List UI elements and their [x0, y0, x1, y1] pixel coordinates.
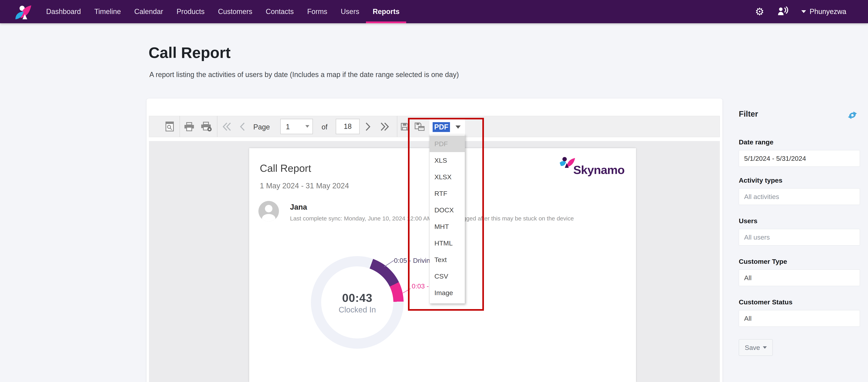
page-number-select[interactable]: 1 — [280, 119, 313, 134]
page-label: Page — [253, 123, 270, 131]
donut-center-label: Clocked In — [311, 305, 404, 314]
menu-item-image[interactable]: Image — [430, 284, 465, 301]
menu-item-xls[interactable]: XLS — [430, 152, 465, 169]
report-title: Call Report — [260, 162, 311, 174]
users-input[interactable] — [739, 229, 860, 245]
print-preview-icon[interactable] — [165, 121, 174, 132]
skynamo-logo-icon[interactable] — [8, 3, 33, 21]
export-format-menu: PDF XLS XLSX RTF DOCX MHT HTML Text CSV … — [430, 135, 465, 304]
menu-item-csv[interactable]: CSV — [430, 268, 465, 284]
report-user-name: Jana — [290, 203, 307, 211]
page-title: Call Report — [149, 44, 230, 62]
caret-down-icon — [801, 10, 806, 13]
support-voice-icon[interactable] — [777, 6, 788, 17]
of-label: of — [321, 123, 328, 131]
save-export-icon[interactable] — [400, 123, 409, 132]
report-brand: Skynamo — [559, 157, 625, 177]
donut-label-pink: 0:03 - — [412, 282, 429, 290]
nav-item-contacts[interactable]: Contacts — [259, 0, 301, 23]
top-nav: Dashboard Timeline Calendar Products Cus… — [0, 0, 868, 23]
nav-menu: Dashboard Timeline Calendar Products Cus… — [39, 0, 406, 23]
filter-label-activity-types: Activity types — [739, 176, 782, 184]
menu-item-mht[interactable]: MHT — [430, 218, 465, 235]
previous-page-icon[interactable] — [240, 122, 245, 132]
nav-item-timeline[interactable]: Timeline — [88, 0, 128, 23]
print-options-icon[interactable] — [201, 122, 212, 133]
save-button-label: Save — [745, 344, 760, 351]
export-format-select[interactable]: PDF — [430, 119, 465, 135]
chevron-down-icon — [305, 125, 309, 128]
nav-item-products[interactable]: Products — [170, 0, 211, 23]
filter-heading: Filter — [739, 109, 758, 118]
nav-item-dashboard[interactable]: Dashboard — [39, 0, 88, 23]
save-button[interactable]: Save — [739, 339, 773, 356]
toolbar-separator — [180, 116, 180, 137]
menu-item-rtf[interactable]: RTF — [430, 185, 465, 202]
nav-item-reports[interactable]: Reports — [366, 0, 406, 23]
user-menu[interactable]: Phunyezwa — [801, 7, 846, 16]
menu-item-text[interactable]: Text — [430, 251, 465, 268]
nav-right-actions: ⚙ Phunyezwa — [755, 0, 846, 23]
nav-item-users[interactable]: Users — [334, 0, 366, 23]
filter-label-date-range: Date range — [739, 138, 774, 146]
menu-item-docx[interactable]: DOCX — [430, 202, 465, 218]
nav-item-calendar[interactable]: Calendar — [128, 0, 170, 23]
page-subtitle: A report listing the activities of users… — [149, 71, 459, 79]
next-page-icon[interactable] — [365, 122, 371, 132]
donut-label-driving: 0:05 - Driving — [394, 257, 434, 265]
toolbar-separator — [397, 116, 397, 137]
print-icon[interactable] — [184, 122, 194, 132]
menu-item-xlsx[interactable]: XLSX — [430, 169, 465, 185]
gear-icon[interactable]: ⚙ — [755, 6, 764, 17]
activity-types-input[interactable] — [739, 188, 860, 205]
nav-item-reports-label: Reports — [373, 7, 400, 16]
export-format-value: PDF — [433, 122, 450, 132]
customer-type-input[interactable] — [739, 270, 860, 286]
refresh-icon[interactable] — [847, 109, 857, 122]
chevron-down-icon — [456, 126, 461, 129]
filter-label-customer-status: Customer Status — [739, 298, 793, 306]
active-tab-underline — [366, 22, 406, 23]
first-page-icon[interactable] — [222, 122, 231, 132]
caret-down-icon — [763, 346, 767, 349]
nav-item-forms[interactable]: Forms — [301, 0, 334, 23]
menu-item-html[interactable]: HTML — [430, 235, 465, 251]
filter-label-users: Users — [739, 217, 757, 225]
donut-center-value: 00:43 — [311, 291, 404, 304]
menu-item-pdf[interactable]: PDF — [430, 136, 465, 152]
total-pages-field[interactable]: 18 — [336, 119, 360, 134]
export-options-icon[interactable] — [414, 122, 425, 132]
brand-name: Skynamo — [573, 163, 625, 177]
avatar — [258, 201, 279, 221]
last-page-icon[interactable] — [380, 122, 390, 132]
toolbar-separator — [217, 116, 217, 137]
person-icon — [265, 205, 273, 212]
filter-label-customer-type: Customer Type — [739, 258, 787, 265]
customer-status-input[interactable] — [739, 310, 860, 327]
page-number-value: 1 — [286, 123, 290, 131]
user-name: Phunyezwa — [810, 7, 846, 16]
nav-item-customers[interactable]: Customers — [211, 0, 259, 23]
date-range-input[interactable] — [739, 150, 860, 167]
report-date-range: 1 May 2024 - 31 May 2024 — [260, 182, 349, 190]
